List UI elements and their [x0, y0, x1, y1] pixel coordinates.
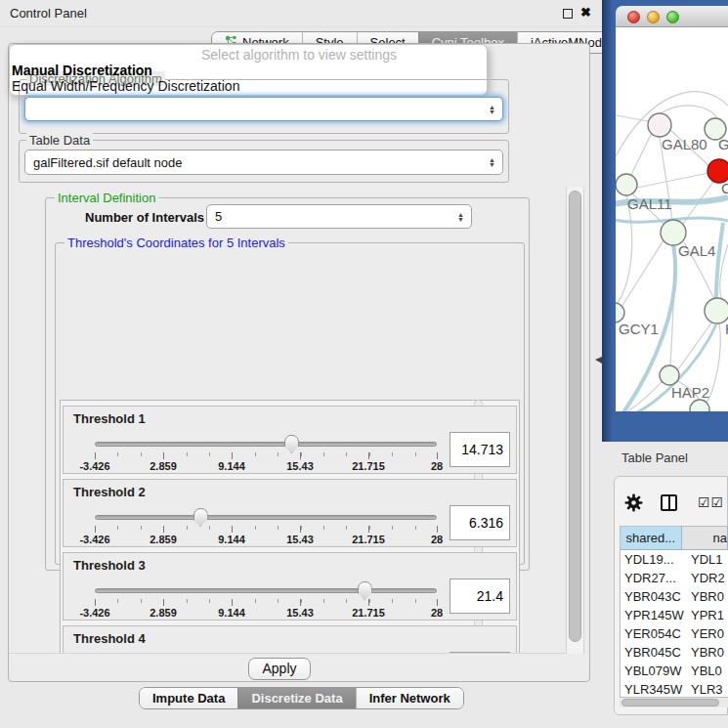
node-hap2[interactable] [660, 365, 679, 385]
number-of-intervals-combobox[interactable]: 5 ▲▼ [206, 204, 472, 229]
slider-ticks [95, 452, 437, 459]
node-label: GAL11 [627, 195, 672, 212]
dropdown-option-equal-width[interactable]: Equal Width/Frequency Discretization [12, 78, 239, 94]
table-header-row: shared... na [621, 527, 728, 550]
checkbox-filter-icons[interactable]: ☑☑ [698, 494, 724, 510]
node-label: GAL80 [662, 136, 707, 152]
control-panel-header [0, 0, 602, 27]
combo-stepper-icon: ▲▼ [457, 212, 464, 222]
bottom-tab-bar: Impute Data Discretize Data Infer Networ… [139, 687, 464, 709]
table-data-combobox[interactable]: galFiltered.sif default node ▲▼ [24, 150, 503, 175]
threshold-panel: Threshold 3 -3.426 2.859 9.144 15.43 21.… [63, 552, 517, 621]
threshold-panel: Threshold 2 -3.426 2.859 9.144 15.43 21.… [63, 479, 517, 547]
close-icon[interactable]: ✖ [580, 5, 591, 20]
thresholds-group-title: Threshold's Coordinates for 5 Intervals [64, 236, 288, 250]
table-row[interactable]: YLR345WYLR3 [621, 680, 728, 698]
table-data-title: Table Data [26, 133, 93, 148]
mouse-cursor [595, 357, 602, 364]
threshold-label: Threshold 2 [73, 485, 146, 499]
slider-thumb[interactable] [193, 508, 208, 527]
network-canvas[interactable]: GAL80 GA GAL11 C GAL4 GCY1 H HAP2 [616, 27, 728, 411]
node-gal11[interactable] [616, 174, 637, 195]
table-row[interactable]: YBR043CYBR0 [621, 587, 728, 606]
tab-infer-network[interactable]: Infer Network [356, 688, 463, 708]
threshold-slider[interactable]: -3.426 2.859 9.144 15.43 21.715 28 [95, 436, 437, 475]
dropdown-option-manual[interactable]: Manual Discretization [12, 63, 152, 78]
control-panel-title: Control Panel [10, 6, 87, 21]
threshold-value-field[interactable] [450, 652, 510, 654]
minimize-traffic-light-icon[interactable] [647, 11, 660, 23]
threshold-value-field[interactable] [450, 578, 510, 614]
node-gal80[interactable] [648, 113, 671, 137]
threshold-value-field[interactable] [450, 432, 510, 467]
gear-icon[interactable] [624, 493, 643, 516]
network-window-titlebar[interactable] [616, 6, 728, 27]
table-row[interactable]: YBL079WYBL0 [621, 662, 728, 680]
algorithm-combobox[interactable]: ▲▼ [24, 97, 503, 121]
float-window-icon[interactable] [563, 9, 573, 19]
slider-ticks [95, 599, 437, 606]
threshold-label: Threshold 4 [73, 631, 146, 646]
node-label: GA [718, 136, 728, 152]
combo-stepper-icon: ▲▼ [489, 157, 495, 167]
threshold-panel: Threshold 1 -3.426 2.859 9.144 15.43 21.… [63, 406, 517, 474]
threshold-label: Threshold 1 [73, 411, 146, 426]
number-of-intervals-label: Number of Intervals [82, 210, 207, 225]
table-row[interactable]: YER054CYER0 [621, 624, 728, 643]
slider-tick-labels: -3.426 2.859 9.144 15.43 21.715 28 [95, 607, 437, 620]
network-nodes[interactable] [616, 113, 728, 411]
slider-track[interactable] [95, 588, 437, 593]
threshold-value-field[interactable] [450, 505, 510, 540]
node-gcy1[interactable] [616, 303, 624, 322]
node-label: GCY1 [619, 321, 659, 337]
zoom-traffic-light-icon[interactable] [666, 11, 679, 23]
slider-thumb[interactable] [284, 435, 299, 453]
node-label: C [721, 180, 728, 196]
node-bottom-partial[interactable] [690, 400, 709, 411]
table-horizontal-scrollbar[interactable] [620, 698, 728, 707]
cyni-toolbox-panel: Discretization Algorithm ▲▼ Select algor… [8, 43, 590, 682]
slider-tick-labels: -3.426 2.859 9.144 15.43 21.715 28 [95, 460, 437, 473]
column-header-name[interactable]: na [682, 527, 728, 549]
node-table[interactable]: shared... na YDL19...YDL1 YDR27...YDR2 Y… [620, 526, 728, 698]
slider-track[interactable] [95, 515, 437, 520]
columns-icon[interactable] [661, 494, 677, 511]
threshold-label: Threshold 3 [73, 558, 146, 573]
threshold-slider[interactable]: -3.426 2.859 9.144 15.43 21.715 28 [95, 582, 437, 621]
threshold-slider[interactable]: -3.426 2.859 9.144 15.43 21.715 28 [95, 509, 437, 548]
apply-button[interactable]: Apply [248, 658, 311, 680]
slider-track[interactable] [95, 442, 437, 447]
tab-discretize-data[interactable]: Discretize Data [237, 688, 355, 708]
column-header-shared[interactable]: shared... [621, 527, 682, 549]
close-traffic-light-icon[interactable] [627, 11, 640, 23]
table-row[interactable]: YBR045CYBR0 [621, 643, 728, 662]
settings-vertical-scrollbar[interactable] [566, 187, 584, 654]
slider-ticks [95, 526, 437, 533]
tab-impute-data[interactable]: Impute Data [140, 688, 237, 708]
node-label: GAL4 [678, 242, 715, 259]
dropdown-prompt: Select algorithm to view settings [9, 47, 589, 63]
settings-scroll-area: Interval Definition Number of Intervals … [9, 187, 566, 654]
slider-tick-labels: -3.426 2.859 9.144 15.43 21.715 28 [95, 534, 437, 546]
threshold-panel: Threshold 4 -3.426 2.859 9.144 15.43 21.… [63, 625, 517, 654]
interval-definition-title: Interval Definition [55, 191, 158, 205]
table-panel-title: Table Panel [621, 450, 688, 465]
combo-stepper-icon: ▲▼ [489, 105, 495, 114]
table-row[interactable]: YDR27...YDR2 [621, 569, 728, 587]
slider-thumb[interactable] [358, 581, 372, 600]
table-row[interactable]: YDL19...YDL1 [621, 550, 728, 569]
node-label: HAP2 [671, 384, 709, 401]
table-row[interactable]: YPR145WYPR1 [621, 606, 728, 624]
scrollbar-thumb[interactable] [569, 191, 581, 642]
